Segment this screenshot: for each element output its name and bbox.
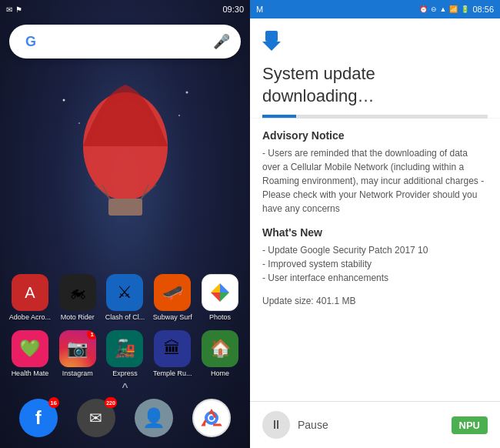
adobe-label: Adobe Acro...: [8, 313, 52, 321]
pause-section: ⏸ Pause: [262, 411, 328, 439]
clash-label: Clash of Cl...: [103, 313, 146, 321]
pause-button[interactable]: ⏸: [262, 411, 290, 439]
right-panel: M ⏰ ⊖ ▲ 📶 🔋 08:56 System updatedownloadi…: [250, 0, 500, 448]
moto-label: Moto Rider: [56, 313, 99, 321]
home-label: Home: [198, 369, 242, 377]
facebook-icon: f 16: [19, 399, 58, 437]
health-icon: 💚: [12, 330, 48, 367]
status-bar-right: M ⏰ ⊖ ▲ 📶 🔋 08:56: [250, 0, 500, 18]
messages-badge: 220: [105, 397, 117, 408]
app-grid: A Adobe Acro... 🏍 Moto Rider ⚔ Clash of …: [0, 274, 250, 386]
battery-icon: 🔋: [461, 5, 469, 13]
svg-rect-3: [108, 199, 142, 216]
svg-point-8: [78, 122, 80, 124]
dock-messages[interactable]: ✉ 220: [77, 399, 115, 437]
moto-icon: 🏍: [59, 274, 96, 311]
dock-facebook[interactable]: f 16: [19, 399, 58, 437]
app-row-1: A Adobe Acro... 🏍 Moto Rider ⚔ Clash of …: [6, 274, 244, 321]
signal-icon: 📶: [449, 5, 458, 13]
svg-point-7: [178, 115, 180, 116]
status-time-left: 09:30: [222, 5, 244, 14]
app-home[interactable]: 🏠 Home: [198, 330, 242, 377]
update-footer: ⏸ Pause NPU: [250, 401, 500, 448]
health-label: Health Mate: [8, 369, 52, 377]
express-label: Express: [103, 369, 146, 377]
app-row-2: 💚 Health Mate 📷 1 Instagram 🚂 Express: [6, 330, 244, 377]
clash-icon: ⚔: [106, 274, 143, 311]
instagram-badge: 1: [87, 330, 96, 339]
app-temple-run[interactable]: 🏛 Temple Ru...: [151, 330, 194, 377]
instagram-icon: 📷 1: [59, 330, 96, 367]
no-disturb-icon: ⊖: [431, 5, 437, 13]
npu-badge: NPU: [452, 416, 488, 434]
advisory-title: Advisory Notice: [262, 129, 488, 142]
app-express[interactable]: 🚂 Express: [103, 330, 146, 377]
svg-rect-13: [265, 31, 278, 42]
app-moto-rider[interactable]: 🏍 Moto Rider: [56, 274, 99, 321]
instagram-label: Instagram: [56, 369, 99, 377]
google-logo: G: [20, 31, 42, 52]
status-icons-right: ⏰ ⊖ ▲ 📶 🔋 08:56: [419, 5, 494, 14]
adobe-icon: A: [12, 274, 48, 311]
app-instagram[interactable]: 📷 1 Instagram: [56, 330, 99, 377]
status-bar-left: ✉ ⚑ 09:30: [0, 0, 250, 18]
pause-label: Pause: [298, 419, 328, 431]
advisory-text: - Users are reminded that the downloadin…: [262, 146, 488, 216]
dock: f 16 ✉ 220 👤: [0, 394, 250, 442]
home-icon: 🏠: [202, 330, 238, 367]
facebook-badge: 16: [48, 397, 59, 408]
status-icons-left: ✉ ⚑: [6, 5, 22, 14]
subway-icon: 🛹: [154, 274, 191, 311]
download-icon: [262, 31, 488, 57]
app-subway-surf[interactable]: 🛹 Subway Surf: [151, 274, 194, 321]
svg-point-6: [62, 99, 65, 102]
photos-icon: [202, 274, 238, 311]
update-content: Advisory Notice - Users are reminded tha…: [250, 119, 500, 401]
app-clash-of-clans[interactable]: ⚔ Clash of Cl...: [103, 274, 146, 321]
flag-icon: ⚑: [15, 5, 22, 14]
message-icon: ✉: [6, 5, 12, 14]
app-health-mate[interactable]: 💚 Health Mate: [8, 330, 52, 377]
mic-icon[interactable]: 🎤: [213, 33, 230, 50]
update-header: System updatedownloading…: [250, 18, 500, 118]
contacts-icon: 👤: [135, 399, 173, 437]
status-app-icon: M: [256, 5, 263, 14]
photos-label: Photos: [198, 313, 242, 321]
svg-point-9: [185, 92, 188, 94]
whats-new-title: What's New: [262, 226, 488, 239]
messages-icon: ✉ 220: [77, 399, 115, 437]
update-size: Update size: 401.1 MB: [262, 296, 488, 306]
svg-point-12: [209, 416, 214, 420]
alarm-icon: ⏰: [419, 5, 428, 13]
subway-label: Subway Surf: [151, 313, 194, 321]
app-adobe-acrobat[interactable]: A Adobe Acro...: [8, 274, 52, 321]
update-title: System updatedownloading…: [262, 63, 488, 107]
wallpaper-balloon: [48, 77, 202, 246]
left-panel: ✉ ⚑ 09:30 G 🎤 A Adobe Acro... 🏍 Moto Rid…: [0, 0, 250, 448]
dock-chrome[interactable]: [192, 399, 231, 437]
search-input[interactable]: [48, 31, 213, 52]
temple-icon: 🏛: [154, 330, 191, 367]
status-time-right: 08:56: [472, 5, 494, 14]
search-bar[interactable]: G 🎤: [9, 25, 241, 59]
dock-contacts[interactable]: 👤: [135, 399, 173, 437]
temple-label: Temple Ru...: [151, 369, 194, 377]
app-photos[interactable]: Photos: [198, 274, 242, 321]
svg-marker-14: [262, 42, 281, 51]
wifi-icon: ▲: [440, 5, 447, 13]
express-icon: 🚂: [106, 330, 143, 367]
chrome-icon: [192, 399, 231, 437]
whats-new-text: - Update Google Security Patch 2017 10 -…: [262, 243, 488, 285]
